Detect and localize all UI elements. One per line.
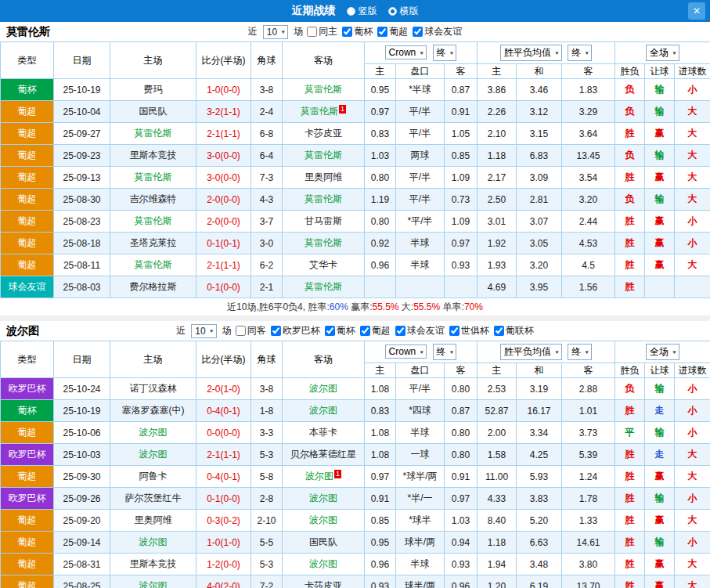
team-name[interactable]: 塞洛罗森塞(中) <box>122 405 185 416</box>
team-name[interactable]: 费玛 <box>144 84 163 95</box>
match-date: 25-10-19 <box>54 400 110 422</box>
filter-checkbox[interactable] <box>494 326 504 336</box>
filter-checkbox[interactable] <box>377 27 387 37</box>
match-date: 25-10-03 <box>54 444 110 466</box>
filter-checkbox[interactable] <box>449 326 460 336</box>
team-name[interactable]: 莫雷伦斯 <box>305 84 342 95</box>
team-name[interactable]: 莫雷伦斯 <box>305 150 342 161</box>
team-name[interactable]: 诺丁汉森林 <box>130 383 177 394</box>
filter-同客[interactable]: 同客 <box>236 324 266 337</box>
result-goals: 小 <box>675 422 710 444</box>
team-name[interactable]: 里斯本竞技 <box>130 150 177 161</box>
team-name[interactable]: 波尔图 <box>139 449 168 460</box>
team-name[interactable]: 莫雷伦斯 <box>301 106 338 117</box>
team-name[interactable]: 里奥阿维 <box>305 171 342 182</box>
filter-checkbox[interactable] <box>360 326 370 336</box>
team-name[interactable]: 艾华卡 <box>309 259 337 270</box>
team-name[interactable]: 波尔图 <box>139 536 168 547</box>
radio-icon-vertical[interactable] <box>347 7 355 16</box>
team-name[interactable]: 里斯本竞技 <box>130 558 177 569</box>
filter-世俱杯[interactable]: 世俱杯 <box>449 324 489 337</box>
avg-away-odds: 3.64 <box>562 123 615 145</box>
avg-away-odds: 2.44 <box>562 211 615 233</box>
filter-葡杯[interactable]: 葡杯 <box>342 25 373 38</box>
avg-draw-odds: 3.19 <box>517 378 562 400</box>
filter-checkbox[interactable] <box>271 326 281 336</box>
section-header: 波尔图 近 10 ▼ 场 同客欧罗巴杯葡杯葡超球会友谊世俱杯葡联杯 <box>0 321 710 341</box>
team-name[interactable]: 莫雷伦斯 <box>305 237 342 248</box>
team-name[interactable]: 波尔图 <box>309 558 337 569</box>
team-name[interactable]: 萨尔茨堡红牛 <box>125 492 182 503</box>
close-button[interactable]: ✕ <box>688 2 705 20</box>
filter-checkbox[interactable] <box>307 27 317 37</box>
final-avg-select[interactable]: 终 ▼ <box>568 344 592 360</box>
team-name[interactable]: 卡莎皮亚 <box>305 580 342 588</box>
team-name[interactable]: 贝尔格莱德红星 <box>290 449 356 460</box>
team-name[interactable]: 卡莎皮亚 <box>305 128 342 139</box>
team-name[interactable]: 波尔图 <box>139 580 168 588</box>
team-name[interactable]: 里奥阿维 <box>135 514 172 525</box>
filter-葡联杯[interactable]: 葡联杯 <box>494 324 534 337</box>
match-row: 葡超25-08-31里斯本竞技1-2(0-0)5-3波尔图0.96半球0.931… <box>1 554 710 575</box>
result-goals: 大 <box>675 101 710 123</box>
filter-葡超[interactable]: 葡超 <box>360 324 391 337</box>
team-name[interactable]: 圣塔克莱拉 <box>130 237 177 248</box>
scope-select[interactable]: 全场 ▼ <box>646 45 679 61</box>
team-name[interactable]: 吉尔维森特 <box>130 193 177 204</box>
home-team-cell: 萨尔茨堡红牛 <box>110 488 196 510</box>
team-name[interactable]: 波尔图 <box>305 471 333 482</box>
team-name[interactable]: 莫雷伦斯 <box>135 259 172 270</box>
avg-home-odds: 2.17 <box>478 167 517 189</box>
filter-葡超[interactable]: 葡超 <box>377 25 408 38</box>
team-name[interactable]: 莫雷伦斯 <box>305 193 342 204</box>
odds-away: 0.93 <box>445 254 478 276</box>
result-wdl: 胜 <box>615 254 645 276</box>
team-name[interactable]: 波尔图 <box>309 514 337 525</box>
layout-horizontal-option[interactable]: 横版 <box>388 5 419 18</box>
filter-球会友谊[interactable]: 球会友谊 <box>413 25 462 38</box>
bookmaker-select[interactable]: Crown ▼ <box>385 45 427 60</box>
odds-away: 0.80 <box>445 444 478 466</box>
final-odds-select[interactable]: 终 ▼ <box>433 45 457 61</box>
filter-葡杯[interactable]: 葡杯 <box>325 324 355 337</box>
bookmaker-select[interactable]: Crown ▼ <box>385 345 427 359</box>
team-name[interactable]: 国民队 <box>139 106 168 117</box>
corners: 6-2 <box>251 254 283 276</box>
filter-checkbox[interactable] <box>413 27 423 37</box>
odds-away: 1.09 <box>445 167 478 189</box>
filter-欧罗巴杯[interactable]: 欧罗巴杯 <box>271 324 320 337</box>
team-name[interactable]: 本菲卡 <box>309 427 337 438</box>
team-name[interactable]: 波尔图 <box>309 383 337 394</box>
team-name[interactable]: 莫雷伦斯 <box>135 171 172 182</box>
final-odds-select[interactable]: 终 ▼ <box>433 344 457 360</box>
team-name[interactable]: 莫雷伦斯 <box>135 215 172 226</box>
layout-vertical-option[interactable]: 竖版 <box>347 5 377 18</box>
avg-home-odds: 4.33 <box>478 488 517 510</box>
team-name[interactable]: 费尔格拉斯 <box>130 281 177 292</box>
filter-checkbox[interactable] <box>395 326 405 336</box>
team-name[interactable]: 甘马雷斯 <box>305 215 342 226</box>
result-handicap: 输 <box>645 189 675 211</box>
team-name[interactable]: 国民队 <box>309 536 337 547</box>
filter-label: 同主 <box>319 25 337 38</box>
filter-checkbox[interactable] <box>325 326 335 336</box>
games-count-select[interactable]: 10 ▼ <box>191 324 216 338</box>
team-name[interactable]: 波尔图 <box>309 405 337 416</box>
final-avg-select[interactable]: 终 ▼ <box>568 45 592 61</box>
team-name[interactable]: 波尔图 <box>309 492 337 503</box>
filter-同主[interactable]: 同主 <box>307 25 337 38</box>
team-name[interactable]: 阿鲁卡 <box>139 471 168 482</box>
team-name[interactable]: 莫雷伦斯 <box>135 128 172 139</box>
filter-checkbox[interactable] <box>236 326 246 336</box>
avg-odds-select[interactable]: 胜平负均值 ▼ <box>500 45 562 61</box>
team-name[interactable]: 莫雷伦斯 <box>305 281 342 292</box>
odds-home: 0.83 <box>365 123 396 145</box>
filter-球会友谊[interactable]: 球会友谊 <box>395 324 445 337</box>
games-count-select[interactable]: 10 ▼ <box>263 25 288 39</box>
avg-draw-odds: 6.19 <box>517 575 562 588</box>
scope-select[interactable]: 全场 ▼ <box>646 344 679 360</box>
team-name[interactable]: 波尔图 <box>139 427 168 438</box>
filter-checkbox[interactable] <box>342 27 352 37</box>
avg-odds-select[interactable]: 胜平负均值 ▼ <box>500 344 562 360</box>
radio-icon-horizontal[interactable] <box>388 7 397 16</box>
